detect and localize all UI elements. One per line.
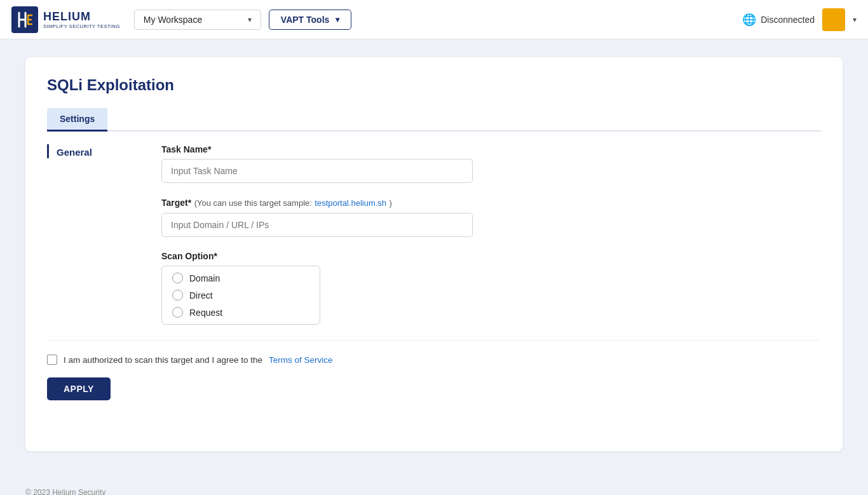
radio-direct-label: Direct [189,290,213,301]
header: HELIUM SIMPLIFY SECURITY TESTING My Work… [0,0,868,39]
form-fields: Task Name* Target* (You can use this tar… [149,144,821,325]
target-label-row: Target* (You can use this target sample:… [161,197,821,208]
radio-domain[interactable]: Domain [172,273,309,283]
radio-domain-label: Domain [189,273,220,283]
logo-text: HELIUM SIMPLIFY SECURITY TESTING [43,10,120,29]
target-sample-link[interactable]: testportal.helium.sh [315,198,386,208]
target-note-close: ) [390,198,392,208]
radio-request[interactable]: Request [172,307,309,318]
tos-checkbox[interactable] [47,355,57,365]
copyright-text: © 2023 Helium Security [25,488,105,495]
form-sidebar: General [47,144,149,158]
task-name-input[interactable] [161,159,473,183]
page-card: SQLi Exploitation Settings General Task … [25,57,843,451]
footer-area: I am authorized to scan this target and … [47,341,821,400]
logo-area: HELIUM SIMPLIFY SECURITY TESTING [11,6,120,33]
tos-text: I am authorized to scan this target and … [64,355,262,365]
globe-icon: 🌐 [742,13,756,27]
radio-request-label: Request [189,308,222,318]
apply-button[interactable]: APPLY [47,377,111,400]
scan-option-field-group: Scan Option* Domain Direct Request [161,251,821,325]
task-name-label: Task Name* [161,144,821,154]
logo-name: HELIUM [43,10,120,24]
target-note: (You can use this target sample: [194,198,312,208]
radio-circle-request [172,307,183,318]
tos-link[interactable]: Terms of Service [269,355,333,365]
tab-settings[interactable]: Settings [47,108,107,132]
general-label: General [57,147,92,158]
vapt-label: VAPT Tools [281,15,329,25]
radio-circle-direct [172,290,183,301]
scan-option-label: Scan Option* [161,251,821,261]
scan-options-box: Domain Direct Request [161,266,320,325]
workspace-label: My Workspace [144,15,202,25]
main-content: SQLi Exploitation Settings General Task … [0,39,868,477]
radio-direct[interactable]: Direct [172,290,309,301]
logo-tagline: SIMPLIFY SECURITY TESTING [43,24,120,29]
workspace-chevron-icon: ▾ [248,15,252,24]
tos-row: I am authorized to scan this target and … [47,355,821,365]
user-avatar[interactable] [822,8,845,31]
target-field-group: Target* (You can use this target sample:… [161,197,821,237]
form-area: General Task Name* Target* (You can use … [47,132,821,341]
header-right: 🌐 Disconnected ▾ [742,8,857,31]
tabs-container: Settings [47,108,821,132]
target-input[interactable] [161,213,473,237]
page-footer: © 2023 Helium Security [0,477,868,495]
connection-status: 🌐 Disconnected [742,13,815,27]
radio-circle-domain [172,273,183,283]
target-label: Target* [161,198,191,208]
helium-logo-icon [11,6,38,33]
page-title: SQLi Exploitation [47,76,821,94]
workspace-dropdown[interactable]: My Workspace ▾ [134,10,261,30]
user-menu-chevron-icon[interactable]: ▾ [853,15,857,24]
task-name-field-group: Task Name* [161,144,821,183]
vapt-tools-dropdown[interactable]: VAPT Tools ▾ [269,10,351,30]
disconnected-label: Disconnected [761,15,815,25]
vapt-chevron-icon: ▾ [336,15,339,24]
